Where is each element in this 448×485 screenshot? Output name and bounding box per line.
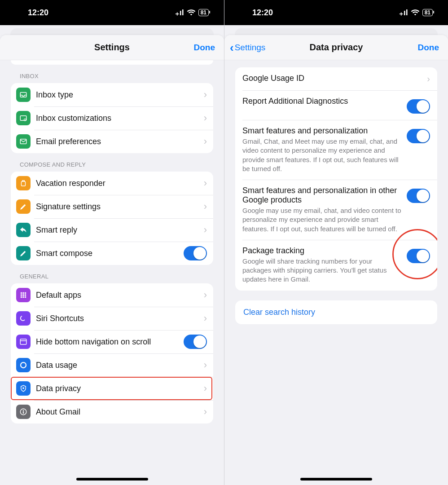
row-label: Hide bottom navigation on scroll <box>36 337 184 347</box>
chevron-right-icon: › <box>204 225 207 235</box>
cellular-icon: ₊ıl <box>175 8 184 18</box>
row-label: Default apps <box>36 291 204 300</box>
row-smart-reply[interactable]: Smart reply› <box>11 218 213 242</box>
settings-list[interactable]: INBOXInbox type›Inbox customizations›Ema… <box>0 60 224 485</box>
toggle-smart-compose[interactable] <box>184 246 207 260</box>
chevron-right-icon: › <box>204 178 207 188</box>
partial-top-group <box>11 60 213 65</box>
svg-point-10 <box>25 295 26 296</box>
row-inbox-type[interactable]: Inbox type› <box>11 83 213 106</box>
row-siri[interactable]: Siri Shortcuts› <box>11 307 213 330</box>
toggle-hide-nav[interactable] <box>184 335 207 349</box>
svg-point-7 <box>25 292 26 294</box>
row-title: Smart features and personalization <box>242 126 401 136</box>
svg-point-13 <box>25 296 26 298</box>
toggle-diagnostics[interactable] <box>407 99 430 114</box>
row-title: Google Usage ID <box>242 74 422 83</box>
row-diagnostics[interactable]: Report Additional Diagnostics <box>235 90 437 120</box>
reply-icon <box>16 223 31 237</box>
row-label: About Gmail <box>36 407 204 417</box>
info-icon <box>16 405 31 419</box>
clock: 12:20 <box>28 8 48 18</box>
home-indicator[interactable] <box>300 478 372 481</box>
settings-sheet: Settings Done INBOXInbox type›Inbox cust… <box>0 35 224 485</box>
svg-rect-4 <box>22 181 26 186</box>
row-data-usage[interactable]: Data usage› <box>11 353 213 377</box>
statusbar: 12:20 ₊ıl 81 <box>0 0 224 25</box>
row-smart-other[interactable]: Smart features and personalization in ot… <box>235 180 437 240</box>
row-label: Smart reply <box>36 225 204 235</box>
circle-icon <box>16 358 31 372</box>
row-label: Data privacy <box>36 384 204 393</box>
back-button[interactable]: ‹ Settings <box>230 35 265 60</box>
toggle-smart-other[interactable] <box>407 189 430 203</box>
statusbar: 12:20 ₊ıl 81 <box>224 0 448 25</box>
header-title: Settings <box>94 42 130 53</box>
svg-rect-1 <box>20 116 26 121</box>
row-subtitle: Google may use my email, chat, and video… <box>242 206 401 234</box>
row-usage-id[interactable]: Google Usage ID› <box>235 67 437 90</box>
clock: 12:20 <box>252 8 273 18</box>
svg-point-6 <box>23 292 24 294</box>
row-data-privacy[interactable]: Data privacy› <box>11 377 213 400</box>
row-label: Signature settings <box>36 202 204 212</box>
row-title: Smart features and personalization in ot… <box>242 186 401 205</box>
svg-point-18 <box>23 410 24 411</box>
row-email-prefs[interactable]: Email preferences› <box>11 130 213 153</box>
grid-icon <box>16 288 31 302</box>
privacy-list[interactable]: Google Usage ID›Report Additional Diagno… <box>224 60 448 485</box>
row-label: Smart compose <box>36 249 184 258</box>
battery-icon: 81 <box>422 9 433 16</box>
row-title: Package tracking <box>242 246 401 256</box>
privacy-header: ‹ Settings Data privacy Done <box>224 35 448 60</box>
section-label: COMPOSE AND REPLY <box>0 153 224 172</box>
section-label: GENERAL <box>0 265 224 283</box>
svg-point-5 <box>21 292 22 294</box>
chevron-left-icon: ‹ <box>230 42 234 53</box>
settings-group: Vacation responder›Signature settings›Sm… <box>11 172 213 265</box>
data-privacy-sheet: ‹ Settings Data privacy Done Google Usag… <box>224 35 448 485</box>
svg-point-15 <box>21 362 26 368</box>
row-label: Data usage <box>36 361 204 370</box>
toggle-package-tracking[interactable] <box>407 249 430 263</box>
row-signature[interactable]: Signature settings› <box>11 195 213 218</box>
toggle-smart-gmail[interactable] <box>407 129 430 143</box>
wifi-icon <box>187 9 196 16</box>
row-subtitle: Gmail, Chat, and Meet may use my email, … <box>242 137 401 173</box>
row-smart-compose[interactable]: Smart compose <box>11 242 213 265</box>
row-label: Inbox customizations <box>36 114 204 123</box>
shield-icon <box>16 381 31 396</box>
siri-icon <box>16 311 31 326</box>
clear-search-history-button[interactable]: Clear search history <box>235 300 437 324</box>
home-indicator[interactable] <box>76 478 148 481</box>
settings-group: Inbox type›Inbox customizations›Email pr… <box>11 83 213 153</box>
done-button[interactable]: Done <box>194 35 215 60</box>
row-label: Siri Shortcuts <box>36 314 204 323</box>
row-vacation[interactable]: Vacation responder› <box>11 172 213 195</box>
chevron-right-icon: › <box>204 113 207 123</box>
row-package-tracking[interactable]: Package trackingGoogle will share tracki… <box>235 240 437 291</box>
chevron-right-icon: › <box>204 90 207 100</box>
tray-icon <box>16 88 31 102</box>
settings-group: Default apps›Siri Shortcuts›Hide bottom … <box>11 283 213 423</box>
row-about[interactable]: About Gmail› <box>11 400 213 423</box>
phone-right: 12:20 ₊ıl 81 ‹ Settings Data privacy Don… <box>224 0 448 485</box>
row-label: Inbox type <box>36 90 204 100</box>
cellular-icon: ₊ıl <box>399 8 408 18</box>
row-inbox-custom[interactable]: Inbox customizations› <box>11 106 213 130</box>
row-subtitle: Google will share tracking numbers for y… <box>242 257 401 284</box>
section-label: INBOX <box>0 65 224 83</box>
row-default-apps[interactable]: Default apps› <box>11 283 213 307</box>
row-hide-nav[interactable]: Hide bottom navigation on scroll <box>11 330 213 353</box>
done-button[interactable]: Done <box>418 35 439 60</box>
pencil-icon <box>16 246 31 260</box>
chevron-right-icon: › <box>204 384 207 393</box>
svg-point-8 <box>21 295 22 296</box>
chevron-right-icon: › <box>427 74 430 84</box>
chevron-right-icon: › <box>204 313 207 323</box>
row-smart-gmail[interactable]: Smart features and personalizationGmail,… <box>235 120 437 180</box>
chevron-right-icon: › <box>204 407 207 417</box>
pencil-icon <box>16 199 31 214</box>
svg-point-16 <box>23 388 24 389</box>
wifi-icon <box>411 9 420 16</box>
